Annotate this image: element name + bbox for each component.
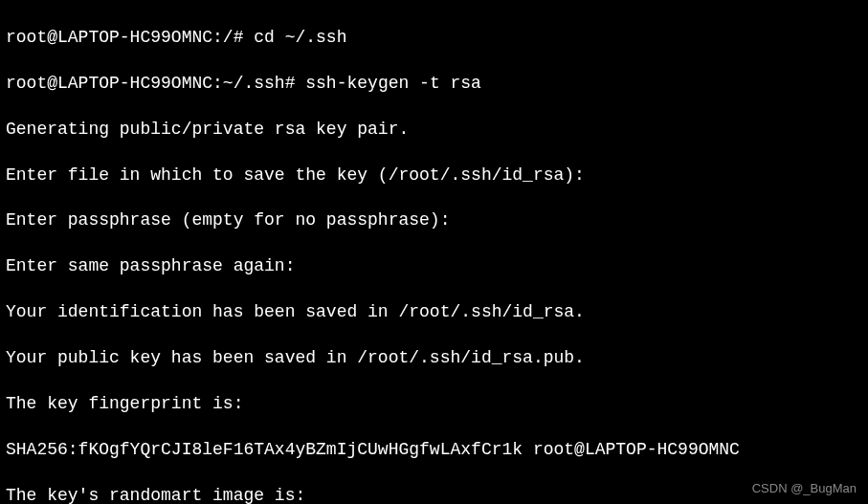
output-line: Enter same passphrase again: bbox=[6, 255, 862, 278]
shell-command: cd ~/.ssh bbox=[254, 28, 346, 47]
output-line: Your public key has been saved in /root/… bbox=[6, 347, 862, 370]
terminal-output[interactable]: root@LAPTOP-HC99OMNC:/# cd ~/.ssh root@L… bbox=[6, 4, 862, 504]
output-line: Enter passphrase (empty for no passphras… bbox=[6, 209, 862, 232]
watermark-text: CSDN @_BugMan bbox=[752, 480, 857, 496]
output-line: Generating public/private rsa key pair. bbox=[6, 119, 862, 142]
output-line: The key's randomart image is: bbox=[6, 485, 862, 504]
shell-command: ssh-keygen -t rsa bbox=[305, 74, 481, 93]
shell-prompt: root@LAPTOP-HC99OMNC:/# bbox=[6, 28, 254, 47]
output-line: The key fingerprint is: bbox=[6, 393, 862, 416]
output-line: Your identification has been saved in /r… bbox=[6, 301, 862, 324]
shell-prompt: root@LAPTOP-HC99OMNC:~/.ssh# bbox=[6, 74, 305, 93]
output-line: Enter file in which to save the key (/ro… bbox=[6, 164, 862, 187]
fingerprint-line: SHA256:fKOgfYQrCJI8leF16TAx4yBZmIjCUwHGg… bbox=[6, 439, 862, 462]
